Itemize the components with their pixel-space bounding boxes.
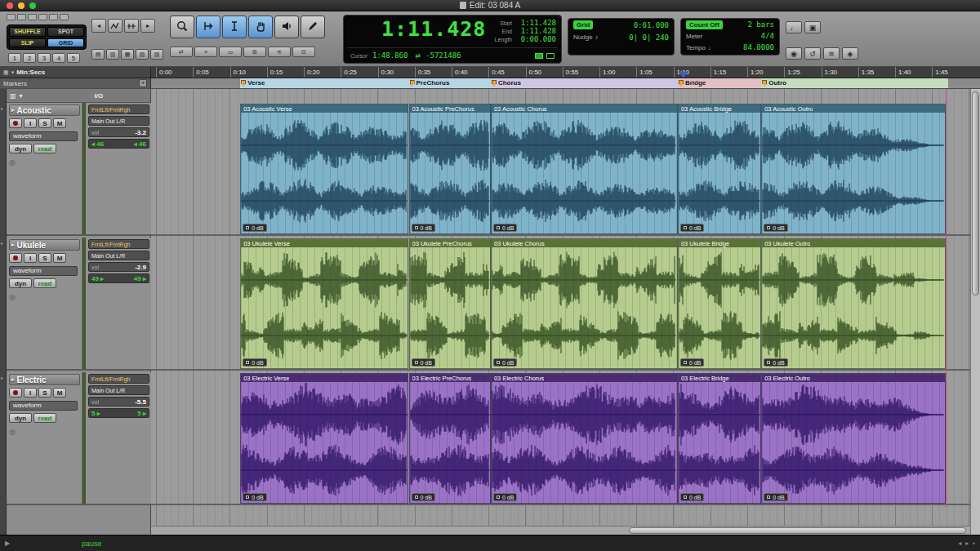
clip-gain-badge[interactable]: 0 dB (493, 358, 517, 367)
marker-chorus[interactable]: Chorus (492, 79, 521, 87)
record-enable-button[interactable] (9, 118, 22, 128)
input-monitor-button[interactable]: I (24, 388, 37, 398)
marker-outro[interactable]: Outro (762, 79, 786, 87)
record-enable-button[interactable] (9, 388, 22, 398)
pan-display[interactable]: 49 ▸49 ▸ (88, 273, 149, 283)
horizontal-scrollbar-thumb[interactable] (629, 527, 966, 534)
chevron-down-icon[interactable]: ▾ (20, 92, 23, 100)
input-path-selector[interactable]: FrntLft/FrntRgh (88, 104, 149, 114)
link-timeline-edit-icon[interactable]: ≡ (194, 47, 217, 57)
zoom-toggle-icon[interactable]: ▦ (121, 49, 134, 60)
edit-insertion-icon[interactable] (546, 53, 555, 59)
length-field[interactable]: Length0:00.000 (468, 35, 556, 43)
track-view-selector[interactable]: waveform (9, 401, 78, 411)
nudge-value[interactable]: 0| 0| 240 (629, 33, 669, 42)
horizontal-scrollbar[interactable] (151, 526, 970, 535)
zoom-toggle-icon[interactable]: ▨ (150, 49, 163, 60)
track-select-icon[interactable]: ▸ (1, 105, 3, 111)
clip-gain-badge[interactable]: 0 dB (764, 224, 787, 232)
playhead-marker[interactable] (679, 72, 688, 78)
grid-value[interactable]: 0:01.000 (634, 21, 669, 29)
window-config-icon[interactable] (49, 14, 58, 20)
marker-prechorus[interactable]: PreChorus (410, 79, 450, 87)
automation-disclosure-icon[interactable]: ◎ (9, 158, 19, 167)
mute-button[interactable]: M (53, 388, 66, 398)
volume-display[interactable]: vol-3.2 (88, 127, 149, 137)
vertical-zoom-icon[interactable] (108, 19, 122, 33)
mirrored-midi-icon[interactable]: ≋ (268, 47, 291, 57)
vertical-scrollbar-thumb[interactable] (972, 91, 979, 295)
horizontal-zoom-icon[interactable] (124, 19, 139, 33)
edit-mode-shuffle-button[interactable]: SHUFFLE (9, 27, 46, 37)
track-lane-acoustic[interactable]: 03 Acoustic Verse0 dB03 Acoustic PreChor… (151, 103, 970, 236)
track-name[interactable]: ▸Ukulele (9, 239, 80, 251)
clip-gain-badge[interactable]: 0 dB (412, 358, 435, 367)
clip-gain-badge[interactable]: 0 dB (493, 224, 517, 232)
track-select-icon[interactable]: ▸ (1, 240, 3, 246)
tempo-value[interactable]: 84.0000 (743, 43, 774, 51)
volume-display[interactable]: vol-5.5 (88, 397, 149, 407)
zoom-preset-1-button[interactable]: 1 (8, 53, 21, 63)
zoom-preset-2-button[interactable]: 2 (23, 53, 36, 63)
timeline-insertion-icon[interactable] (535, 53, 543, 59)
zoomer-tool-button[interactable] (170, 16, 194, 38)
scroll-left-icon[interactable]: ◂ (958, 540, 961, 547)
track-collapse-icon[interactable]: ▸ (11, 107, 15, 113)
pan-display[interactable]: ◂ 46◂ 46 (88, 139, 149, 149)
track-collapse-icon[interactable]: ▸ (11, 242, 15, 248)
clip-gain-badge[interactable]: 0 dB (764, 493, 787, 501)
input-monitor-button[interactable]: I (24, 253, 37, 263)
zoom-out-icon[interactable]: ◂ (91, 19, 106, 33)
markers-lane[interactable]: VersePreChorusChorusBridgeOutro (151, 78, 980, 88)
clip-gain-badge[interactable]: 0 dB (412, 224, 435, 232)
vertical-scrollbar[interactable] (970, 89, 980, 535)
audio-clip[interactable]: 03 Acoustic Chorus0 dB (491, 104, 678, 234)
insertion-follows-icon[interactable]: ⊞ (243, 47, 266, 57)
midi-merge-icon[interactable]: ▣ (804, 21, 821, 33)
track-list-icon[interactable]: ▥ (10, 92, 16, 100)
zoom-in-icon[interactable]: ▸ (140, 19, 155, 33)
audio-clip[interactable]: 03 Ukulele Chorus0 dB (491, 238, 678, 369)
clip-gain-badge[interactable]: 0 dB (764, 358, 787, 367)
elastic-audio-button[interactable]: dyn (9, 278, 32, 288)
audio-clip[interactable]: 03 Ukulele Outro0 dB (761, 238, 945, 369)
output-path-selector[interactable]: Main Out L/R (88, 385, 149, 395)
scrubber-tool-button[interactable] (274, 16, 299, 38)
record-enable-button[interactable] (9, 253, 22, 263)
grabber-tool-button[interactable] (248, 16, 273, 38)
elastic-audio-button[interactable]: dyn (9, 413, 32, 423)
window-config-icon[interactable] (28, 14, 37, 20)
output-path-selector[interactable]: Main Out L/R (88, 251, 149, 260)
automation-mode-button[interactable]: read (33, 278, 56, 288)
resize-grip-icon[interactable]: ▪ (973, 540, 975, 547)
zoom-preset-3-button[interactable]: 3 (38, 53, 51, 63)
edit-mode-spot-button[interactable]: SPOT (47, 27, 84, 37)
window-config-icon[interactable] (17, 14, 26, 20)
ruler-scale-selector[interactable]: ▦ ▾ Min:Secs (0, 67, 151, 78)
window-config-icon[interactable] (38, 14, 47, 20)
clip-gain-badge[interactable]: 0 dB (680, 224, 704, 232)
track-view-selector[interactable]: waveform (9, 131, 78, 141)
minimize-button[interactable] (18, 2, 24, 9)
arrange-area[interactable]: 03 Acoustic Verse0 dB03 Acoustic PreChor… (151, 89, 970, 535)
marker-verse[interactable]: Verse (241, 79, 265, 87)
solo-button[interactable]: S (38, 118, 51, 128)
mute-button[interactable]: M (53, 118, 66, 128)
pan-display[interactable]: 5 ▸5 ▸ (88, 408, 149, 418)
output-meter-icon[interactable]: ◈ (842, 47, 858, 60)
audio-clip[interactable]: 03 Acoustic Outro0 dB (761, 104, 945, 234)
track-lane-electric[interactable]: 03 Electric Verse0 dB03 Electric PreChor… (151, 372, 970, 505)
count-off-button[interactable]: Count Off (686, 20, 723, 29)
clip-gain-badge[interactable]: 0 dB (243, 493, 266, 501)
automation-mode-button[interactable]: read (33, 413, 56, 423)
metronome-icon[interactable]: ♩ (786, 21, 802, 33)
track-collapse-icon[interactable]: ▸ (11, 376, 15, 383)
volume-display[interactable]: vol-2.9 (88, 262, 149, 272)
grid-value-button[interactable]: Grid (573, 20, 593, 29)
audio-clip[interactable]: 03 Electric Verse0 dB (240, 373, 408, 504)
audio-clip[interactable]: 03 Acoustic PreChorus0 dB (409, 104, 491, 234)
zoom-toggle-icon[interactable]: ▤ (91, 49, 105, 60)
solo-button[interactable]: S (38, 388, 51, 398)
scroll-right-icon[interactable]: ▸ (965, 540, 969, 547)
clip-gain-badge[interactable]: 0 dB (243, 358, 266, 367)
